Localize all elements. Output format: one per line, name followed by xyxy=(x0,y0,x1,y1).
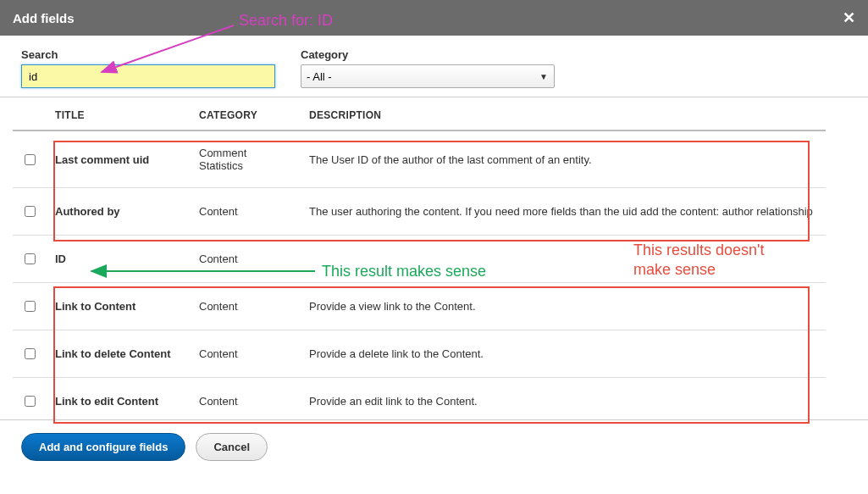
row-checkbox[interactable] xyxy=(25,206,36,217)
row-title: Authored by xyxy=(47,188,191,236)
row-checkbox[interactable] xyxy=(25,154,36,165)
results-table-wrap: TITLE CATEGORY DESCRIPTION Last comment … xyxy=(0,97,868,419)
search-input[interactable] xyxy=(21,64,275,88)
row-description: The user authoring the content. If you n… xyxy=(301,188,826,236)
dialog-actions: Add and configure fields Cancel xyxy=(0,419,868,474)
row-category: Content xyxy=(191,236,301,283)
row-description xyxy=(301,236,826,283)
results-table: TITLE CATEGORY DESCRIPTION Last comment … xyxy=(13,97,826,419)
row-description: Provide an edit link to the Content. xyxy=(301,378,826,420)
search-label: Search xyxy=(21,48,275,61)
table-row: Last comment uid Comment Statistics The … xyxy=(13,130,826,188)
table-row: Link to Content Content Provide a view l… xyxy=(13,283,826,330)
header-description: DESCRIPTION xyxy=(301,97,826,130)
table-row: ID Content xyxy=(13,236,826,283)
row-category: Content xyxy=(191,330,301,378)
row-title: Last comment uid xyxy=(47,130,191,188)
category-label: Category xyxy=(301,48,555,61)
close-icon[interactable]: ✕ xyxy=(843,8,855,27)
table-row: Link to delete Content Content Provide a… xyxy=(13,330,826,378)
dialog-title: Add fields xyxy=(13,11,75,25)
dialog-title-bar: Add fields ✕ xyxy=(0,0,868,36)
table-row: Link to edit Content Content Provide an … xyxy=(13,378,826,420)
row-category: Content xyxy=(191,283,301,330)
header-title: TITLE xyxy=(47,97,191,130)
header-category: CATEGORY xyxy=(191,97,301,130)
add-configure-button[interactable]: Add and configure fields xyxy=(21,433,185,461)
table-row: Authored by Content The user authoring t… xyxy=(13,188,826,236)
row-description: Provide a view link to the Content. xyxy=(301,283,826,330)
category-select[interactable]: - All - xyxy=(301,64,555,88)
row-checkbox[interactable] xyxy=(25,253,36,264)
row-title: Link to edit Content xyxy=(47,378,191,420)
row-category: Comment Statistics xyxy=(191,130,301,188)
row-title: Link to delete Content xyxy=(47,330,191,378)
row-checkbox[interactable] xyxy=(25,396,36,407)
cancel-button[interactable]: Cancel xyxy=(196,433,268,461)
row-title: Link to Content xyxy=(47,283,191,330)
row-title: ID xyxy=(47,236,191,283)
row-category: Content xyxy=(191,378,301,420)
row-checkbox[interactable] xyxy=(25,348,36,359)
row-category: Content xyxy=(191,188,301,236)
filters: Search Category - All - ▼ xyxy=(0,36,868,97)
row-description: Provide a delete link to the Content. xyxy=(301,330,826,378)
row-description: The User ID of the author of the last co… xyxy=(301,130,826,188)
row-checkbox[interactable] xyxy=(25,301,36,312)
